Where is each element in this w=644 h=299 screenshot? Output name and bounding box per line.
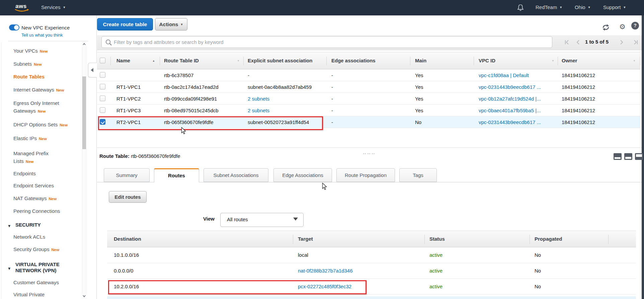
sidebar-item-endpoints[interactable]: Endpoints [13,170,36,177]
section-collapse-icon[interactable]: ▼ [7,265,11,272]
new-vpc-experience-label: New VPC Experience [21,25,70,31]
table-row-RT1-VPC1[interactable]: RT1-VPC1rtb-0ac2c174da17ead2dsubnet-0ac4… [97,81,641,93]
sidebar-item-internet-gateways[interactable]: Internet GatewaysNew [13,86,64,94]
view-select[interactable]: All routes [220,213,304,227]
next-page-icon[interactable] [619,39,625,45]
sidebar-item-elastic-ips[interactable]: Elastic IPsNew [13,135,47,142]
new-badge: New [56,88,64,92]
tab-subnet-associations[interactable]: Subnet Associations [204,168,268,182]
cell-route-table-id: rtb-08ed975015c245dcb [164,108,219,113]
sort-icon[interactable]: ▼ [237,59,240,62]
prev-page-icon[interactable] [575,39,581,45]
cell-vpc-id[interactable]: vpc-0231443b9eecdb617 ... [479,119,541,125]
cell-name: RT1-VPC3 [116,108,141,113]
cell-vpc-id[interactable]: vpc-0baec401a7fb59ba5 |... [479,108,541,113]
actions-button[interactable]: Actions▼ [155,18,187,31]
cell-owner: 184194106212 [562,108,595,113]
sidebar-item-managed-prefix-lists[interactable]: Managed Prefix ListsNew [13,150,49,166]
cell-vpc-id[interactable]: vpc-c1fd08aa | Default [479,72,529,78]
cell-subnet-assoc[interactable]: 2 subnets [248,96,269,102]
select-all-checkbox[interactable] [100,58,105,63]
panel-drag-handle[interactable] [363,150,376,156]
cell-vpc-id[interactable]: vpc-0231443b9eecdb617 ... [479,84,541,90]
column-header-vpc-id[interactable]: VPC ID [479,58,495,63]
cell-edge-assoc: - [331,119,333,125]
sort-icon[interactable]: ▼ [633,59,636,62]
tab-routes[interactable]: Routes [154,168,199,182]
new-badge: New [40,49,48,53]
sidebar-item-subnets[interactable]: SubnetsNew [13,61,42,68]
row-checkbox[interactable] [100,84,105,89]
sidebar-item-security-groups[interactable]: Security GroupsNew [13,246,59,253]
create-route-table-button[interactable]: Create route table [97,18,153,31]
routes-column-header-status: Status [429,236,445,242]
edit-routes-button[interactable]: Edit routes [109,191,147,203]
column-header-edge-associations[interactable]: Edge associations [331,58,376,63]
sidebar-item-virtual-private[interactable]: Virtual Private [13,291,45,298]
column-header-name[interactable]: Name [116,58,130,63]
gear-icon[interactable]: ⚙ [619,23,626,31]
column-header-main[interactable]: Main [415,58,426,63]
sidebar-item-your-vpcs[interactable]: Your VPCsNew [13,48,48,55]
table-row-rtb-6c378507[interactable]: rtb-6c378507--Yesvpc-c1fd08aa | Default1… [97,69,641,81]
nav-support-menu[interactable]: Support▼ [603,4,626,10]
row-checkbox[interactable] [100,96,105,101]
first-page-icon[interactable] [564,39,570,45]
route-cell-destination: 10.1.0.0/16 [114,252,139,258]
cell-subnet-assoc[interactable]: 2 subnets [248,108,269,113]
route-row-0.0.0.0/0: 0.0.0.0/0nat-0f288b327b7a1d346activeNo [107,263,636,279]
route-cell-propagated: No [535,284,541,289]
section-collapse-icon[interactable]: ▼ [7,223,11,229]
table-row-RT1-VPC3[interactable]: RT1-VPC3rtb-08ed975015c245dcb2 subnets-Y… [97,105,641,116]
panel-size-medium-icon[interactable] [624,153,632,160]
sidebar-item-route-tables[interactable]: Route Tables [13,73,45,80]
sidebar: New VPC Experience Tell us what you thin… [0,15,97,299]
table-row-RT1-VPC2[interactable]: RT1-VPC2rtb-099ccda09f4298e912 subnets-Y… [97,93,641,105]
cell-vpc-id[interactable]: vpc-0b12a27afc19d524d |... [479,96,541,102]
column-header-owner[interactable]: Owner [562,58,577,63]
cell-main: No [415,119,421,125]
tab-edge-associations[interactable]: Edge Associations [273,168,332,182]
sidebar-item-peering-connections[interactable]: Peering Connections [13,208,60,214]
nav-services-menu[interactable]: Services▼ [41,4,66,10]
sort-asc-icon[interactable]: ▲ [152,59,155,62]
search-input[interactable]: Filter by tags and attributes or search … [101,36,552,48]
route-cell-propagated: No [535,252,541,258]
chevron-down-icon [293,218,298,221]
tell-us-link[interactable]: Tell us what you think [21,33,63,38]
sidebar-scrollbar-thumb[interactable] [82,76,86,149]
sidebar-scroll-down-icon[interactable] [82,294,86,299]
nav-account-menu[interactable]: RedTeam▼ [536,4,562,10]
row-checkbox[interactable] [100,72,105,78]
main-content: Create route table Actions▼ ⚙ ? Filter b… [97,15,642,299]
partial-row-strip [107,296,636,299]
row-checkbox[interactable] [100,107,105,113]
chevron-down-icon: ▼ [559,6,562,9]
bell-icon[interactable] [517,4,524,13]
refresh-icon[interactable] [601,23,611,33]
new-vpc-experience-toggle[interactable] [9,24,19,31]
last-page-icon[interactable] [633,39,639,45]
view-label: View [203,216,215,222]
sidebar-item-endpoint-services[interactable]: Endpoint Services [13,182,54,189]
sidebar-collapse-handle[interactable] [88,63,97,77]
tab-route-propagation[interactable]: Route Propagation [336,168,395,182]
sidebar-scroll-up-icon[interactable] [82,42,86,47]
panel-size-large-icon[interactable] [635,153,643,160]
sidebar-item-dhcp-options-sets[interactable]: DHCP Options SetsNew [13,121,68,128]
sidebar-item-nat-gateways[interactable]: NAT GatewaysNew [13,195,57,202]
help-icon[interactable]: ? [631,22,639,29]
column-header-explicit-subnet-association[interactable]: Explicit subnet association [248,58,312,63]
sort-icon[interactable]: ▼ [552,59,554,62]
sidebar-item-customer-gateways[interactable]: Customer Gateways [13,279,59,286]
tab-summary[interactable]: Summary [104,168,150,182]
sidebar-section-security: ▼SECURITY [15,222,41,228]
route-cell-target[interactable]: nat-0f288b327b7a1d346 [298,268,353,274]
panel-size-small-icon[interactable] [614,153,622,160]
sidebar-item-network-acls[interactable]: Network ACLs [13,234,45,240]
sidebar-item-egress-only-internet-gateways[interactable]: Egress Only Internet GatewaysNew [13,99,59,115]
tab-tags[interactable]: Tags [399,168,437,182]
collapse-left-icon [91,68,93,72]
column-header-route-table-id[interactable]: Route Table ID [164,58,199,63]
nav-region-menu[interactable]: Ohio▼ [575,4,591,10]
